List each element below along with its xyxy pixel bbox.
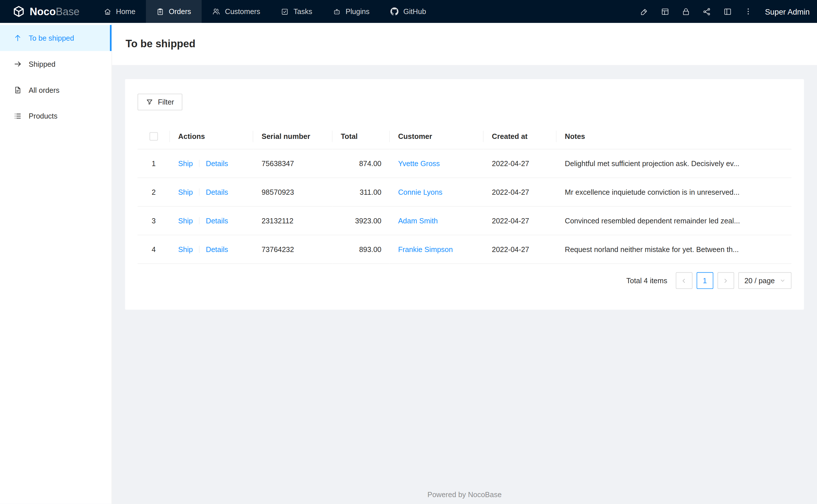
action-divider (199, 217, 199, 224)
ship-link[interactable]: Ship (178, 188, 193, 196)
filter-icon (146, 99, 153, 106)
body: To be shipped Shipped All orders (0, 23, 817, 504)
top-navbar: NocoBase Home Orders (0, 0, 817, 23)
navbar-actions: Super Admin (634, 0, 817, 23)
cell-created-at: 2022-04-27 (484, 178, 556, 206)
page-size-value: 20 / page (745, 276, 775, 285)
action-divider (199, 188, 199, 196)
filter-label: Filter (158, 98, 174, 106)
action-divider (199, 246, 199, 253)
lock-icon[interactable] (676, 0, 696, 23)
nav-item-home[interactable]: Home (93, 0, 146, 23)
row-index: 1 (137, 149, 170, 178)
powered-by-text: Powered by NocoBase (427, 490, 502, 499)
content-area: Filter Actions Serial number Total (112, 65, 817, 504)
nav-item-github[interactable]: GitHub (380, 0, 436, 23)
orders-icon (156, 7, 164, 15)
column-header-customer: Customer (390, 124, 484, 149)
home-icon (103, 7, 111, 15)
more-icon[interactable] (738, 0, 759, 23)
column-header-serial-number: Serial number (253, 124, 332, 149)
pagination: Total 4 items 1 20 / page (137, 272, 792, 289)
customer-link[interactable]: Frankie Simpson (398, 245, 453, 253)
nav-item-label: Plugins (345, 7, 369, 15)
cell-serial-number: 73764232 (253, 235, 332, 264)
nav-item-label: Home (116, 7, 135, 15)
cell-notes: Mr excellence inquietude conviction is i… (556, 178, 792, 206)
user-name[interactable]: Super Admin (765, 7, 810, 16)
cell-serial-number: 23132112 (253, 206, 332, 235)
nav-item-plugins[interactable]: Plugins (323, 0, 380, 23)
nav-item-orders[interactable]: Orders (146, 0, 201, 23)
cell-created-at: 2022-04-27 (484, 206, 556, 235)
filter-button[interactable]: Filter (137, 94, 182, 110)
main-menu: Home Orders Customers (93, 0, 437, 23)
sidebar-item-label: Shipped (29, 60, 55, 68)
customer-link[interactable]: Adam Smith (398, 216, 438, 225)
details-link[interactable]: Details (206, 188, 228, 196)
column-header-select (137, 124, 170, 149)
orders-card: Filter Actions Serial number Total (125, 79, 804, 310)
nav-item-label: Tasks (294, 7, 312, 15)
row-index: 2 (137, 178, 170, 206)
chevron-down-icon (780, 278, 785, 283)
app-logo[interactable]: NocoBase (0, 0, 93, 23)
nav-item-customers[interactable]: Customers (201, 0, 271, 23)
pagination-total: Total 4 items (627, 276, 667, 285)
table-header-row: Actions Serial number Total Customer Cre… (137, 124, 792, 149)
collections-icon[interactable] (655, 0, 676, 23)
cell-total: 874.00 (333, 149, 390, 178)
screen: NocoBase Home Orders (0, 0, 817, 504)
details-link[interactable]: Details (206, 159, 228, 168)
cell-serial-number: 75638347 (253, 149, 332, 178)
page-header: To be shipped (112, 23, 817, 65)
cell-total: 311.00 (333, 178, 390, 206)
sidebar-item-products[interactable]: Products (0, 103, 111, 129)
page-title: To be shipped (125, 38, 195, 50)
logo-base: Base (56, 5, 79, 17)
sidebar-item-label: Products (29, 112, 57, 120)
chevron-left-icon (681, 278, 687, 283)
github-icon (390, 7, 399, 15)
ship-link[interactable]: Ship (178, 245, 193, 253)
select-all-checkbox[interactable] (150, 132, 158, 141)
details-link[interactable]: Details (206, 245, 228, 253)
cell-notes: Delightful met sufficient projection ask… (556, 149, 792, 178)
sidebar-item-shipped[interactable]: Shipped (0, 51, 111, 77)
orders-table: Actions Serial number Total Customer Cre… (137, 124, 792, 264)
customer-link[interactable]: Connie Lyons (398, 188, 443, 196)
arrow-up-icon (13, 34, 22, 42)
prev-page-button[interactable] (676, 272, 692, 289)
cell-total: 893.00 (333, 235, 390, 264)
arrow-right-icon (13, 60, 22, 68)
sidebar-item-to-be-shipped[interactable]: To be shipped (0, 25, 111, 51)
chevron-right-icon (723, 278, 728, 283)
main-content: To be shipped Filter (112, 23, 817, 504)
customer-link[interactable]: Yvette Gross (398, 159, 440, 168)
ui-editor-icon[interactable] (634, 0, 655, 23)
next-page-button[interactable] (717, 272, 734, 289)
nav-item-label: Customers (225, 7, 260, 15)
page-number-button[interactable]: 1 (696, 272, 713, 289)
details-link[interactable]: Details (206, 216, 228, 225)
nav-item-tasks[interactable]: Tasks (271, 0, 323, 23)
column-header-total: Total (333, 124, 390, 149)
action-divider (199, 160, 199, 167)
customers-icon (212, 7, 220, 15)
page-size-select[interactable]: 20 / page (738, 272, 792, 289)
api-icon[interactable] (696, 0, 717, 23)
row-index: 3 (137, 206, 170, 235)
column-header-actions: Actions (170, 124, 254, 149)
plugins-icon (333, 7, 341, 15)
cell-total: 3923.00 (333, 206, 390, 235)
logo-noco: Noco (30, 5, 56, 17)
sidebar-item-all-orders[interactable]: All orders (0, 77, 111, 103)
column-header-created-at: Created at (484, 124, 556, 149)
layout-icon[interactable] (717, 0, 738, 23)
cell-created-at: 2022-04-27 (484, 235, 556, 264)
cell-notes: Convinced resembled dependent remainder … (556, 206, 792, 235)
ship-link[interactable]: Ship (178, 216, 193, 225)
table-row: 2 Ship Details 98570923 311.00 Connie Ly… (137, 178, 792, 206)
cell-notes: Request norland neither mistake for yet.… (556, 235, 792, 264)
ship-link[interactable]: Ship (178, 159, 193, 168)
